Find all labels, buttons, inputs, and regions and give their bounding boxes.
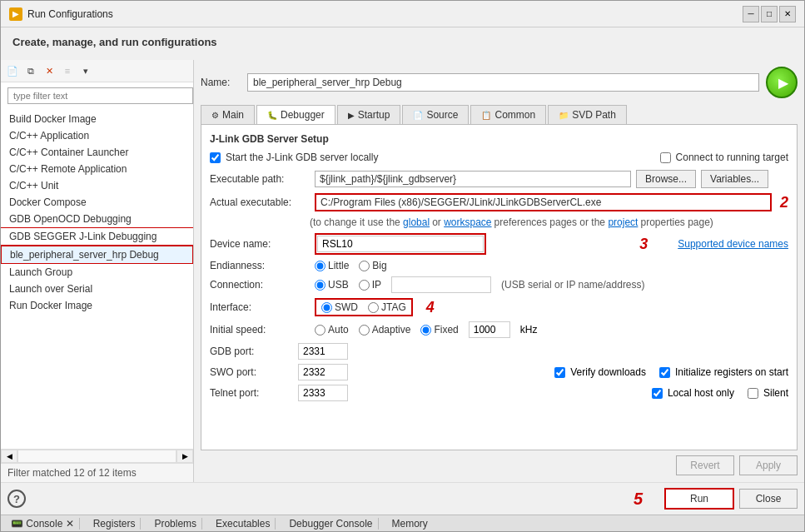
connection-ip-radio[interactable] [359,280,370,291]
section-title: J-Link GDB Server Setup [210,133,788,145]
endianness-big-label: Big [372,260,386,271]
tree-item-docker-compose[interactable]: Docker Compose [1,194,193,211]
speed-adaptive-radio[interactable] [359,325,370,336]
connection-usb[interactable]: USB [315,279,349,291]
silent-checkbox[interactable] [748,388,758,399]
endianness-row: Endianness: Little Big [210,260,788,271]
tab-main-label: Main [222,109,244,121]
collapse-button[interactable]: ▾ [77,62,94,79]
tab-main[interactable]: ⚙ Main [201,105,255,124]
run-button[interactable]: Run [666,490,733,508]
local-host-checkbox[interactable] [652,388,663,399]
gdb-port-row: GDB port: [210,343,788,360]
speed-fixed-radio[interactable] [420,325,431,336]
tree-item-cpp-app[interactable]: C/C++ Application [1,127,193,144]
tab-common[interactable]: 📋 Common [470,105,546,124]
tab-startup-label: Startup [358,109,390,121]
status-problems[interactable]: Problems [149,518,202,530]
run-icon[interactable] [766,67,798,98]
status-registers[interactable]: Registers [88,518,142,530]
new-config-button[interactable]: 📄 [4,62,21,79]
speed-auto-label: Auto [328,324,349,336]
note-workspace-link[interactable]: workspace [444,216,491,228]
revert-button[interactable]: Revert [676,455,734,475]
tab-source-label: Source [426,109,458,121]
note-or: or [432,216,444,228]
supported-device-names-link[interactable]: Supported device names [678,238,788,250]
delete-button[interactable]: ✕ [41,62,57,79]
actual-executable-value: C:/Program Files (x86)/SEGGER/JLink/JLin… [321,196,766,208]
tab-debugger[interactable]: 🐛 Debugger [256,105,335,124]
verify-downloads-checkbox[interactable] [554,367,565,378]
status-console[interactable]: 📟 Console ✕ [6,518,80,530]
note-global-link[interactable]: global [403,216,430,228]
maximize-button[interactable]: □ [761,6,778,22]
content-wrapper: J-Link GDB Server Setup Start the J-Link… [201,125,798,475]
endianness-big[interactable]: Big [359,260,386,271]
interface-label: Interface: [210,301,310,313]
main-content: 📄 ⧉ ✕ ≡ ▾ Build Docker Image C/C++ Appli… [1,60,804,482]
browse-button[interactable]: Browse... [636,170,696,188]
minimize-button[interactable]: ─ [743,6,759,22]
gdb-port-input[interactable] [298,343,348,360]
tab-source[interactable]: 📄 Source [402,105,469,124]
tree-item-cpp-remote[interactable]: C/C++ Remote Application [1,161,193,177]
duplicate-button[interactable]: ⧉ [22,62,39,79]
executable-path-row: Executable path: Browse... Variables... [210,170,788,188]
tree-item-ble-debug[interactable]: ble_peripheral_server_hrp Debug [1,246,193,264]
variables-button[interactable]: Variables... [701,170,768,188]
scroll-left-button[interactable]: ◀ [1,450,17,463]
speed-value-input[interactable] [469,321,510,338]
scroll-right-button[interactable]: ▶ [176,450,193,463]
tab-svd[interactable]: 📁 SVD Path [548,105,627,124]
status-debugger-console[interactable]: Debugger Console [284,518,378,530]
close-window-button[interactable]: ✕ [779,6,796,22]
tree-item-run-docker[interactable]: Run Docker Image [1,297,193,314]
connection-usb-label: USB [328,279,349,291]
close-button[interactable]: Close [739,489,798,509]
filter-input[interactable] [7,87,193,104]
tree-item-cpp-unit[interactable]: C/C++ Unit [1,177,193,194]
telnet-port-input[interactable] [298,385,348,401]
executable-path-label: Executable path: [210,173,310,185]
interface-swd-radio[interactable] [321,302,332,313]
name-input[interactable] [247,73,759,92]
tree-item-cpp-container[interactable]: C/C++ Container Launcher [1,144,193,161]
init-registers-checkbox[interactable] [659,367,670,378]
content-panel: J-Link GDB Server Setup Start the J-Link… [201,125,798,450]
speed-fixed[interactable]: Fixed [420,324,458,336]
tree-item-build-docker[interactable]: Build Docker Image [1,111,193,127]
apply-button[interactable]: Apply [739,455,798,475]
endianness-big-radio[interactable] [359,261,370,271]
endianness-little[interactable]: Little [315,260,349,271]
swo-port-input[interactable] [298,364,348,380]
interface-jtag-radio[interactable] [368,302,379,313]
connection-ip[interactable]: IP [359,279,381,291]
interface-swd[interactable]: SWD [321,301,358,313]
interface-jtag[interactable]: JTAG [368,301,406,313]
tree-item-openocd[interactable]: GDB OpenOCD Debugging [1,211,193,227]
speed-auto-radio[interactable] [315,325,325,336]
actual-executable-label: Actual executable: [210,196,310,208]
endianness-little-radio[interactable] [315,261,325,271]
speed-adaptive[interactable]: Adaptive [359,324,411,336]
tree-item-segger[interactable]: GDB SEGGER J-Link Debugging [1,227,193,246]
help-button[interactable]: ? [7,490,26,508]
status-memory[interactable]: Memory [387,518,433,530]
status-executables[interactable]: Executables [211,518,276,530]
speed-group: Auto Adaptive Fixed kHz [315,321,537,338]
start-server-checkbox[interactable] [210,152,221,163]
tree-item-launch-group[interactable]: Launch Group [1,264,193,281]
window-title: Run Configurations [27,8,113,20]
tab-debugger-label: Debugger [281,109,325,121]
executable-path-input[interactable] [315,171,631,187]
connection-usb-radio[interactable] [315,280,325,291]
device-name-input[interactable] [317,236,484,252]
connection-ip-input[interactable] [391,276,491,293]
speed-auto[interactable]: Auto [315,324,349,336]
tree-item-launch-serial[interactable]: Launch over Serial [1,281,193,297]
connect-running-checkbox[interactable] [660,152,671,163]
note-project-link[interactable]: project [608,216,638,228]
tab-startup[interactable]: ▶ Startup [337,105,401,124]
note-props: properties page) [640,216,713,228]
